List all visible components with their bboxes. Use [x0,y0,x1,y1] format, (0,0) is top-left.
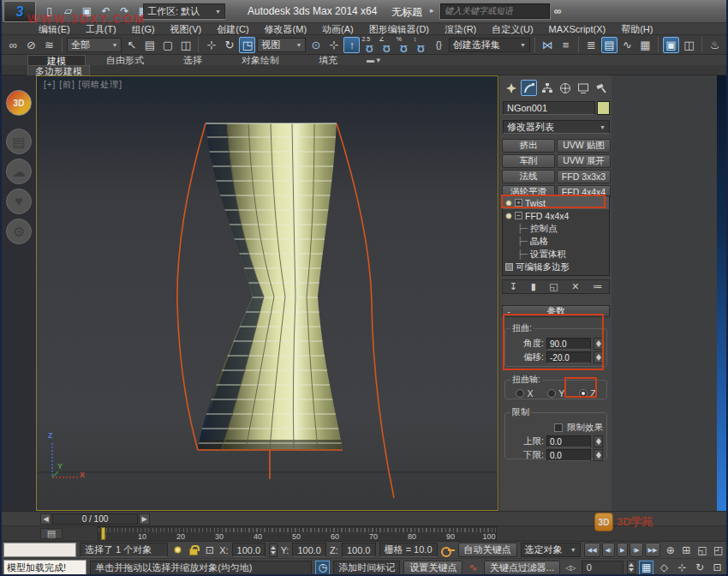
document-icon[interactable]: ▤ [6,129,32,154]
spinner-snap-icon[interactable]: ↕ Ω [414,37,429,53]
ribbon-toggle-icon[interactable]: ▤ [601,37,618,53]
orbit-icon[interactable]: ↻ [693,561,707,575]
menu-item-0[interactable]: 编辑(E) [31,23,78,35]
menu-item-3[interactable]: 视图(V) [163,23,210,35]
radio-icon[interactable] [579,389,588,398]
search-flyout-icon[interactable]: ▸ [430,6,434,15]
viewport-layout-icon[interactable]: ▦ [639,561,653,575]
viewport-canvas[interactable] [37,76,498,510]
edit-named-selections-icon[interactable]: {} [431,37,447,53]
upper-limit-spinner[interactable] [594,435,603,447]
menu-item-1[interactable]: 工具(T) [78,23,124,35]
viewport-label[interactable]: [+] [前] [明暗处理] [44,79,122,91]
bind-to-spacewarp-icon[interactable]: ≋ [41,37,57,53]
stack-item-Twist[interactable]: +Twist [503,196,609,209]
parameters-rollout-header[interactable]: - 参数 [502,305,610,317]
zoom-extents-icon[interactable]: ◱ [696,543,709,557]
align-icon[interactable]: ≡ [558,37,574,53]
ribbon-minimize-icon[interactable]: ▬ ▾ [358,56,380,64]
ribbon-tab-建模[interactable]: 建模 [27,55,86,66]
menu-item-10[interactable]: MAXScript(X) [541,23,614,35]
rendered-frame-window-icon[interactable]: ◫ [681,37,697,53]
maximize-viewport-icon[interactable]: ⊡ [710,561,725,575]
application-menu-button[interactable]: 3 [3,1,36,22]
go-to-start-icon[interactable]: ◀◀ [584,543,600,557]
select-object-icon[interactable]: ↖ [123,37,140,53]
zoom-all-icon[interactable]: ⊞ [680,543,693,557]
modifier-button[interactable]: 法线 [502,170,555,183]
render-setup-icon[interactable]: ▣ [663,37,679,53]
open-mini-curve-editor-icon[interactable]: ▤ [40,528,63,539]
pin-stack-icon[interactable]: ↧ [510,281,517,292]
window-crossing-icon[interactable]: ◫ [177,37,194,53]
menu-item-7[interactable]: 图形编辑器(D) [361,23,437,35]
use-pivot-center-icon[interactable]: ⊙ [307,37,324,53]
front-viewport[interactable]: [+] [前] [明暗处理] Z X Y [36,75,498,511]
rectangular-region-icon[interactable]: ▢ [159,37,176,53]
schematic-view-icon[interactable]: ▦ [637,37,653,53]
z-coordinate-field[interactable]: 100.0 [342,543,376,557]
ribbon-tab-自由形式[interactable]: 自由形式 [87,55,163,66]
modifier-enable-bulb-icon[interactable] [505,200,512,207]
set-key-button[interactable]: 设置关键点 [403,561,462,575]
radio-icon[interactable] [516,389,524,398]
stack-item-可编辑多边形[interactable]: 可编辑多边形 [503,261,609,273]
timeline-ruler[interactable]: 0102030405060708090100 [98,526,497,542]
utilities-tab-icon[interactable] [593,80,609,96]
menu-item-8[interactable]: 渲染(R) [437,23,484,35]
radio-icon[interactable] [547,389,556,398]
expand-toggle-icon[interactable]: + [515,199,522,207]
time-slider-field[interactable]: 0 / 100 [52,513,138,525]
menu-item-5[interactable]: 修改器(M) [257,23,315,35]
modifier-list-dropdown[interactable]: 修改器列表 ▼ [503,120,610,134]
undo-icon[interactable]: ↶ [98,3,114,19]
selection-filter-dropdown[interactable]: 全部 ▼ [67,38,122,52]
axis-radio-X[interactable]: X [516,388,533,399]
search-input[interactable]: 键入关键字或短语 [440,3,550,19]
absolute-mode-icon[interactable]: ⊡ [204,543,217,557]
frame-spinner[interactable] [627,561,636,574]
angle-field[interactable]: 90.0 [546,338,591,350]
bias-spinner[interactable] [594,351,603,363]
curve-editor-icon[interactable]: ∿ [619,37,636,53]
hierarchy-tab-icon[interactable] [539,80,555,96]
modifier-button[interactable]: FFD 3x3x3 [557,170,611,183]
new-key-curve-icon[interactable]: ∿ [466,561,480,575]
zoom-extents-all-icon[interactable]: ◰ [712,543,725,557]
ribbon-tab-填充[interactable]: 填充 [300,55,356,66]
region-zoom-icon[interactable]: ◇ [657,561,671,575]
menu-item-2[interactable]: 组(G) [124,23,163,35]
gear-icon[interactable]: ⚙ [6,219,32,244]
next-frame-icon[interactable]: ı▶ [630,543,642,557]
stack-item-控制点[interactable]: ├─控制点 [503,222,609,235]
angle-spinner[interactable] [594,338,603,350]
select-scale-icon[interactable]: ◳ [239,37,255,53]
stack-item-设置体积[interactable]: ├─设置体积 [503,248,609,261]
modifier-button[interactable]: UVW 贴图 [557,139,611,153]
configure-modifier-sets-icon[interactable]: ≔ [593,281,602,292]
new-file-icon[interactable]: ▯ [41,3,57,19]
y-coordinate-field[interactable]: 100.0 [292,543,326,557]
menu-item-11[interactable]: 帮助(H) [613,23,660,35]
modifier-button[interactable]: UVW 展开 [557,154,611,168]
sidebar-logo-icon[interactable]: 3D [6,90,32,116]
modifier-enable-bulb-icon[interactable] [505,213,512,219]
unlink-selection-icon[interactable]: ⊘ [23,37,39,53]
isolate-selection-icon[interactable] [171,543,184,557]
layer-manager-icon[interactable]: ≣ [583,37,600,53]
snaps-toggle-25-icon[interactable]: 2.5 Ω [361,37,377,53]
selection-lock-icon[interactable] [188,543,200,557]
heart-icon[interactable]: ♥ [6,189,32,214]
ribbon-tab-对象绘制[interactable]: 对象绘制 [223,55,298,66]
maxscript-mini-listener[interactable] [3,543,76,557]
lower-limit-field[interactable]: 0.0 [546,449,591,461]
next-frame-arrow-icon[interactable]: ▶ [139,513,150,525]
percent-snap-icon[interactable]: % Ω [397,37,412,53]
display-tab-icon[interactable] [575,80,591,96]
modifier-button[interactable]: 车削 [502,154,555,168]
workspace-dropdown[interactable]: 工作区: 默认 ▼ [143,3,225,19]
remove-modifier-icon[interactable]: ✕ [571,281,579,292]
previous-frame-icon[interactable]: ◀ı [602,543,615,557]
add-time-tag-field[interactable]: 添加时间标记 [333,561,400,575]
key-mode-dropdown[interactable]: 选定对象 ▼ [521,543,581,557]
